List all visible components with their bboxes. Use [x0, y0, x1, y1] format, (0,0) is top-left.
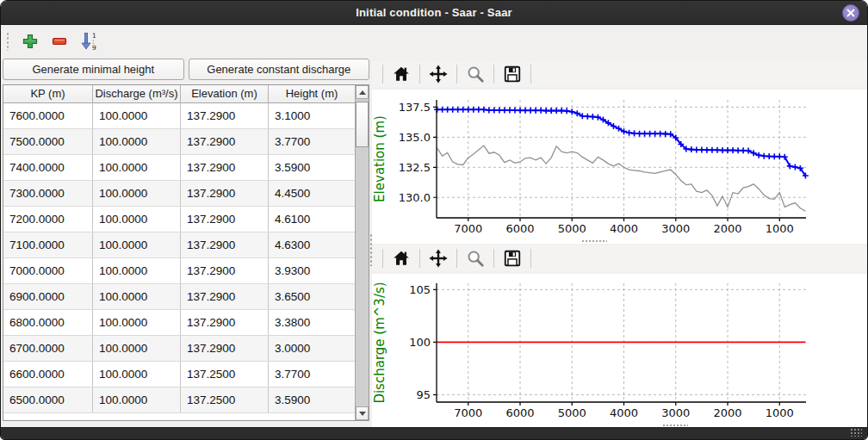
- svg-text:7000: 7000: [454, 222, 482, 235]
- table-cell[interactable]: 100.0000: [93, 258, 181, 283]
- app-window: Initial condition - Saar - Saar: [0, 0, 868, 440]
- table-cell[interactable]: 7000.0000: [3, 258, 93, 283]
- table-cell[interactable]: 6700.0000: [3, 336, 93, 361]
- svg-text:3000: 3000: [661, 222, 690, 235]
- generate-minimal-height-button[interactable]: Generate minimal height: [3, 59, 184, 80]
- table-cell[interactable]: 100.0000: [93, 310, 181, 335]
- table-cell[interactable]: 4.6100: [269, 207, 356, 232]
- table-cell[interactable]: 6900.0000: [3, 284, 93, 309]
- close-button[interactable]: [842, 4, 859, 22]
- table-cell[interactable]: 137.2900: [181, 232, 269, 257]
- table-cell[interactable]: 100.0000: [93, 284, 181, 309]
- table-cell[interactable]: 3.7700: [269, 129, 356, 154]
- figure-splitter-handle[interactable]: [581, 239, 607, 243]
- table-cell[interactable]: 3.5900: [269, 387, 356, 412]
- column-header-discharge[interactable]: Discharge (m³/s): [93, 85, 181, 103]
- table-cell[interactable]: 7500.0000: [3, 129, 93, 154]
- table-cell[interactable]: 100.0000: [93, 387, 181, 412]
- table-cell[interactable]: 100.0000: [93, 336, 181, 361]
- table-scrollbar[interactable]: [355, 85, 369, 420]
- table-cell[interactable]: 137.2900: [181, 155, 269, 180]
- table-row: 7100.0000100.0000137.29004.6300: [3, 232, 356, 258]
- table-row: 7500.0000100.0000137.29003.7700: [3, 129, 356, 155]
- home-button[interactable]: [388, 247, 414, 270]
- table-cell[interactable]: 137.2900: [181, 207, 269, 232]
- discharge-chart[interactable]: 700060005000400030002000100095100105Disc…: [372, 274, 867, 429]
- remove-row-button[interactable]: [46, 29, 72, 53]
- table-cell[interactable]: 3.3800: [269, 310, 356, 335]
- home-icon: [392, 249, 411, 268]
- column-header-height[interactable]: Height (m): [269, 85, 356, 103]
- scrollbar-thumb[interactable]: [356, 102, 369, 147]
- table-cell[interactable]: 137.2900: [181, 103, 269, 128]
- table-cell[interactable]: 4.6300: [269, 232, 356, 257]
- table-header-row: KP (m) Discharge (m³/s) Elevation (m) He…: [3, 85, 356, 103]
- zoom-icon: [466, 65, 485, 84]
- table-cell[interactable]: 3.5900: [269, 155, 356, 180]
- elevation-chart[interactable]: 7000600050004000300020001000130.0132.513…: [372, 90, 867, 244]
- generate-constant-discharge-button[interactable]: Generate constant discharge: [189, 59, 370, 80]
- add-row-button[interactable]: [17, 29, 43, 53]
- table-cell[interactable]: 6600.0000: [3, 362, 93, 387]
- table-cell[interactable]: 7100.0000: [3, 232, 93, 257]
- table-body: 7600.0000100.0000137.29003.10007500.0000…: [3, 103, 356, 420]
- table-cell[interactable]: 7200.0000: [3, 207, 93, 232]
- pan-button[interactable]: [425, 247, 451, 270]
- column-header-elevation[interactable]: Elevation (m): [181, 85, 269, 103]
- table-cell[interactable]: 100.0000: [93, 103, 181, 128]
- zoom-button[interactable]: [462, 247, 488, 270]
- table-cell[interactable]: 137.2900: [181, 258, 269, 283]
- scroll-down-button[interactable]: [356, 406, 369, 420]
- save-button[interactable]: [499, 247, 525, 270]
- svg-text:5000: 5000: [558, 222, 586, 235]
- table-row: 7000.0000100.0000137.29003.9300: [3, 258, 356, 284]
- table-cell[interactable]: 137.2900: [181, 336, 269, 361]
- pan-button[interactable]: [425, 63, 451, 85]
- home-button[interactable]: [388, 63, 414, 85]
- table-cell[interactable]: 137.2900: [181, 284, 269, 309]
- table-cell[interactable]: 4.4500: [269, 181, 356, 206]
- table-cell[interactable]: 3.9300: [269, 258, 356, 283]
- table-cell[interactable]: 100.0000: [93, 362, 181, 387]
- table-cell[interactable]: 100.0000: [93, 155, 181, 180]
- svg-text:2000: 2000: [713, 222, 741, 235]
- toolbar-separator: [456, 65, 457, 84]
- table-cell[interactable]: 7600.0000: [3, 103, 93, 128]
- resize-grip[interactable]: [850, 428, 862, 437]
- sort-rows-button[interactable]: 1 9: [76, 29, 102, 53]
- table-cell[interactable]: 3.6500: [269, 284, 356, 309]
- zoom-button[interactable]: [462, 63, 488, 85]
- table-cell[interactable]: 3.1000: [269, 103, 356, 128]
- table-cell[interactable]: 100.0000: [93, 232, 181, 257]
- toolbar-separator: [382, 65, 383, 84]
- svg-text:130.0: 130.0: [399, 191, 431, 204]
- home-icon: [392, 65, 411, 84]
- titlebar[interactable]: Initial condition - Saar - Saar: [1, 1, 867, 25]
- table-cell[interactable]: 137.2500: [181, 387, 269, 412]
- table-cell[interactable]: 7400.0000: [3, 155, 93, 180]
- table-cell[interactable]: 100.0000: [93, 207, 181, 232]
- scroll-up-button[interactable]: [356, 85, 369, 99]
- table-cell[interactable]: 100.0000: [93, 181, 181, 206]
- triangle-down-icon: [359, 412, 366, 416]
- svg-text:1000: 1000: [766, 222, 794, 235]
- table-cell[interactable]: 3.0000: [269, 336, 356, 361]
- svg-text:105: 105: [409, 283, 431, 296]
- table-cell[interactable]: 6800.0000: [3, 310, 93, 335]
- table-cell[interactable]: 100.0000: [93, 129, 181, 154]
- table-cell[interactable]: 7300.0000: [3, 181, 93, 206]
- svg-text:5000: 5000: [558, 406, 586, 419]
- save-button[interactable]: [499, 63, 525, 85]
- table-cell[interactable]: 137.2500: [181, 362, 269, 387]
- table-cell[interactable]: 6500.0000: [3, 387, 93, 412]
- svg-text:4000: 4000: [610, 222, 638, 235]
- column-header-kp[interactable]: KP (m): [3, 85, 93, 103]
- svg-text:95: 95: [416, 388, 431, 401]
- table-row: 6500.0000100.0000137.25003.5900: [3, 387, 356, 413]
- toolbar-drag-handle[interactable]: [6, 32, 10, 51]
- table-cell[interactable]: 137.2900: [181, 129, 269, 154]
- table-cell[interactable]: 3.7700: [269, 362, 356, 387]
- table-cell[interactable]: 137.2900: [181, 181, 269, 206]
- table-row: 6900.0000100.0000137.29003.6500: [3, 284, 356, 310]
- table-cell[interactable]: 137.2900: [181, 310, 269, 335]
